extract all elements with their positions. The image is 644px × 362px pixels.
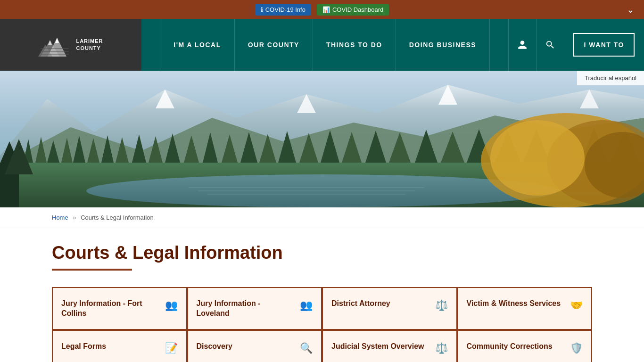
card-discovery-icon: 🔍	[300, 342, 313, 354]
nav-doing-business[interactable]: DOING BUSINESS	[396, 19, 490, 71]
card-district-attorney-label: District Attorney	[331, 298, 435, 309]
cards-grid: Jury Information - Fort Collins 👥 Jury I…	[52, 287, 592, 362]
card-community-corrections[interactable]: Community Corrections 🛡️	[457, 330, 593, 362]
card-judicial-overview-label: Judicial System Overview	[331, 341, 435, 352]
card-jury-loveland-label: Jury Information - Loveland	[197, 298, 300, 319]
card-legal-forms[interactable]: Legal Forms 📝	[52, 330, 187, 362]
info-icon: ℹ	[261, 6, 263, 13]
notification-chevron-down-icon[interactable]: ⌄	[627, 4, 635, 15]
card-community-corrections-label: Community Corrections	[467, 341, 570, 352]
card-discovery[interactable]: Discovery 🔍	[187, 330, 322, 362]
covid-dashboard-label: COVID Dashboard	[332, 6, 383, 13]
card-legal-forms-label: Legal Forms	[61, 341, 165, 352]
nav-im-a-local[interactable]: I'M A LOCAL	[160, 19, 234, 71]
card-victim-witness[interactable]: Victim & Witness Services 🤝	[457, 287, 593, 330]
chart-icon: 📊	[322, 6, 330, 13]
nav-our-county[interactable]: OUR COUNTY	[235, 19, 313, 71]
logo-mountain-icon	[38, 31, 71, 59]
card-community-corrections-icon: 🛡️	[570, 342, 583, 354]
card-judicial-overview-icon: ⚖️	[435, 342, 448, 354]
card-jury-fort-collins-icon: 👥	[165, 299, 178, 312]
card-victim-witness-icon: 🤝	[570, 299, 583, 312]
hero-image: Traducir al español Website Feedback	[0, 71, 644, 207]
logo-area: LARIMER COUNTY	[0, 19, 141, 71]
site-header: LARIMER COUNTY I'M A LOCAL OUR COUNTY TH…	[0, 19, 644, 71]
card-district-attorney[interactable]: District Attorney ⚖️	[322, 287, 457, 330]
card-district-attorney-icon: ⚖️	[435, 299, 448, 312]
breadcrumb: Home » Courts & Legal Information	[0, 207, 644, 228]
notification-bar: ℹ COVID-19 Info 📊 COVID Dashboard ⌄	[0, 0, 644, 19]
title-underline	[52, 269, 132, 271]
nav-right: I WANT TO	[508, 19, 644, 71]
page-title: Courts & Legal Information	[52, 242, 592, 264]
covid-info-label: COVID-19 Info	[265, 6, 305, 13]
card-jury-loveland[interactable]: Jury Information - Loveland 👥	[187, 287, 322, 330]
card-judicial-overview[interactable]: Judicial System Overview ⚖️	[322, 330, 457, 362]
covid-info-button[interactable]: ℹ COVID-19 Info	[255, 4, 311, 16]
card-victim-witness-label: Victim & Witness Services	[467, 298, 570, 309]
svg-rect-55	[0, 174, 19, 207]
page-content: Courts & Legal Information Jury Informat…	[0, 228, 644, 362]
logo-text: LARIMER COUNTY	[76, 38, 103, 52]
hero-landscape-svg	[0, 71, 644, 207]
breadcrumb-separator: »	[73, 214, 76, 221]
translate-button[interactable]: Traducir al español	[577, 71, 644, 85]
card-jury-fort-collins-label: Jury Information - Fort Collins	[61, 298, 165, 319]
i-want-to-button[interactable]: I WANT TO	[573, 33, 635, 57]
translate-label: Traducir al español	[585, 74, 636, 82]
svg-point-53	[490, 120, 585, 196]
breadcrumb-current: Courts & Legal Information	[81, 214, 154, 221]
card-jury-loveland-icon: 👥	[300, 299, 313, 312]
nav-things-to-do[interactable]: THINGS TO DO	[313, 19, 396, 71]
search-icon[interactable]	[536, 19, 564, 71]
covid-dashboard-button[interactable]: 📊 COVID Dashboard	[317, 4, 389, 16]
card-jury-fort-collins[interactable]: Jury Information - Fort Collins 👥	[52, 287, 187, 330]
main-nav: I'M A LOCAL OUR COUNTY THINGS TO DO DOIN…	[141, 19, 508, 71]
account-icon[interactable]	[508, 19, 536, 71]
breadcrumb-home-link[interactable]: Home	[52, 214, 68, 221]
card-discovery-label: Discovery	[197, 341, 300, 352]
card-legal-forms-icon: 📝	[165, 342, 178, 354]
